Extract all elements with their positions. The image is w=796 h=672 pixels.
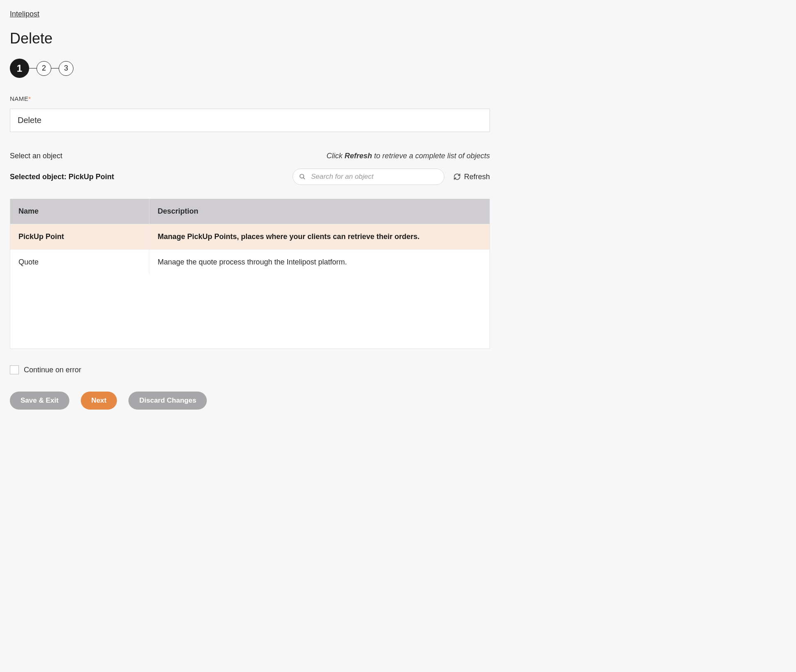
object-search-input[interactable]: [293, 169, 444, 185]
svg-line-1: [303, 178, 305, 179]
search-icon: [299, 173, 306, 180]
svg-point-0: [300, 174, 304, 178]
discard-changes-button[interactable]: Discard Changes: [128, 392, 207, 410]
name-field-label: NAME*: [10, 95, 786, 102]
table-header-description[interactable]: Description: [149, 199, 489, 224]
select-object-prompt: Select an object: [10, 152, 62, 160]
page-title: Delete: [10, 30, 786, 47]
step-2[interactable]: 2: [37, 61, 51, 76]
name-input[interactable]: [10, 109, 490, 132]
continue-on-error-label: Continue on error: [24, 366, 81, 374]
search-wrapper: [293, 169, 444, 185]
refresh-button[interactable]: Refresh: [453, 173, 490, 181]
save-exit-button[interactable]: Save & Exit: [10, 392, 69, 410]
table-cell-description: Manage PickUp Points, places where your …: [149, 224, 489, 250]
table-row[interactable]: PickUp Point Manage PickUp Points, place…: [10, 224, 489, 250]
next-button[interactable]: Next: [81, 392, 117, 410]
table-cell-name: PickUp Point: [10, 224, 149, 250]
selected-object-label: Selected object: PickUp Point: [10, 173, 114, 181]
stepper: 1 2 3: [10, 59, 786, 78]
table-empty-area: [10, 275, 489, 349]
step-1[interactable]: 1: [10, 59, 29, 78]
breadcrumb-link[interactable]: Intelipost: [10, 10, 39, 18]
refresh-icon: [453, 173, 461, 180]
step-connector: [51, 68, 59, 69]
step-connector: [29, 68, 37, 69]
refresh-label: Refresh: [464, 173, 490, 181]
refresh-hint: Click Refresh to retrieve a complete lis…: [327, 152, 490, 160]
table-header-name[interactable]: Name: [10, 199, 149, 224]
table-row[interactable]: Quote Manage the quote process through t…: [10, 250, 489, 275]
table-cell-name: Quote: [10, 250, 149, 275]
object-table: Name Description PickUp Point Manage Pic…: [10, 199, 490, 349]
table-cell-description: Manage the quote process through the Int…: [149, 250, 489, 275]
step-3[interactable]: 3: [59, 61, 73, 76]
continue-on-error-checkbox[interactable]: [10, 365, 19, 374]
required-indicator: *: [28, 95, 31, 102]
